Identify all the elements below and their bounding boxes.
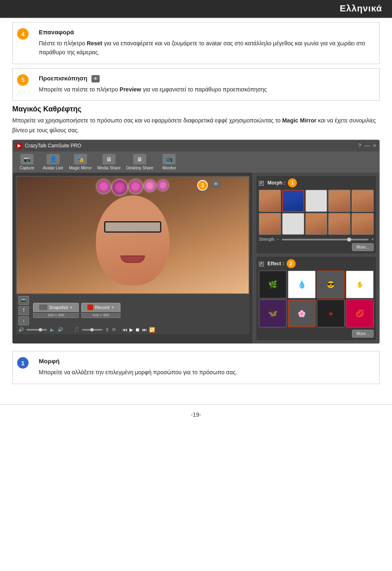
effect-cell-7[interactable]: ★ xyxy=(317,300,345,327)
effect-more-button[interactable]: More... xyxy=(352,330,374,338)
section-5-title: Προεπισκόπηση xyxy=(39,75,87,82)
section-4-row: 4 Επαναφορά Πιέστε το πλήκτρο Reset για … xyxy=(12,22,380,64)
effect-badge: 2 xyxy=(287,259,296,268)
toolbar-media-share[interactable]: 🖥 Media Share xyxy=(98,154,121,170)
text-button[interactable]: T xyxy=(18,306,29,315)
effect-cell-8[interactable]: 💋 xyxy=(346,300,374,327)
monitor-label: Monitor xyxy=(163,166,176,170)
flower-2 xyxy=(112,180,127,195)
effect-cell-6[interactable]: 🌸 xyxy=(288,300,316,327)
avatar-live-label: Avatar Live xyxy=(43,166,63,170)
morph-cell-2[interactable] xyxy=(282,190,304,212)
morph-cell-6[interactable] xyxy=(259,213,281,235)
section-1-text: Μπορείτε να αλλάξετε την επιλεγμένη μορφ… xyxy=(39,368,374,377)
toolbar-capture[interactable]: 📷 Capture xyxy=(17,154,37,170)
strength-plus[interactable]: + xyxy=(371,237,374,242)
effect-icon-6: 🌸 xyxy=(298,310,306,318)
record-group: Record ▼ 640 × 480 xyxy=(81,303,120,318)
snapshot-size: 640 × 480 xyxy=(33,313,79,318)
morph-cell-3[interactable] xyxy=(305,190,327,212)
section-5-row: 5 Προεπισκόπηση 👁 Μπορείτε να πιέστε το … xyxy=(12,68,380,101)
right-panel: Morph : 1 xyxy=(253,173,379,344)
magic-mirror-title: Μαγικός Καθρέφτης xyxy=(12,105,380,113)
morph-face-1 xyxy=(259,190,281,211)
arrow-button[interactable]: ↕ xyxy=(18,316,29,325)
effect-cell-4[interactable]: ✋ xyxy=(346,271,374,298)
desktop-share-icon: 🖥 xyxy=(133,154,146,164)
page-footer: -19- xyxy=(0,404,392,421)
morph-cell-5[interactable] xyxy=(352,190,374,212)
morph-cell-1[interactable] xyxy=(259,190,281,212)
effect-section: Effect : 2 🌿 💧 😎 ✋ 🦋 🌸 ★ 💋 xyxy=(256,257,376,340)
effect-checkbox[interactable] xyxy=(259,261,265,267)
webcam-button[interactable]: 📷 xyxy=(18,296,29,305)
media-share-icon: 🖥 xyxy=(102,154,116,164)
toolbar-avatar-live[interactable]: 👤 Avatar Live xyxy=(43,154,63,170)
morph-face-5 xyxy=(352,190,373,211)
morph-cell-10[interactable] xyxy=(352,213,374,235)
video-preview: 3 👁 xyxy=(16,176,249,294)
toolbar-monitor[interactable]: 📺 Monitor xyxy=(159,154,179,170)
morph-cell-4[interactable] xyxy=(328,190,350,212)
strength-slider[interactable] xyxy=(282,239,369,240)
toolbar-desktop-share[interactable]: 🖥 Desktop Share xyxy=(126,154,153,170)
morph-face-4 xyxy=(329,190,350,211)
morph-face-6 xyxy=(259,213,281,235)
morph-cell-7[interactable] xyxy=(282,213,304,235)
strength-minus[interactable]: − xyxy=(277,237,279,242)
effect-cell-3[interactable]: 😎 xyxy=(317,271,345,298)
morph-face-7 xyxy=(283,213,304,235)
effect-cell-2[interactable]: 💧 xyxy=(288,271,316,298)
record-button[interactable]: Record ▼ xyxy=(81,303,120,312)
section-5-number: 5 xyxy=(13,69,33,100)
section-1-number: 1 xyxy=(13,351,33,383)
minimize-button[interactable]: — xyxy=(364,142,370,149)
effect-cell-1[interactable]: 🌿 xyxy=(259,271,287,298)
magic-mirror-section: Μαγικός Καθρέφτης Μπορείτε να χρησιμοποι… xyxy=(12,105,380,347)
snapshot-thumb xyxy=(39,304,47,310)
eye-icon-badge: 👁 xyxy=(212,180,220,188)
desktop-share-label: Desktop Share xyxy=(126,166,153,170)
prev-button[interactable]: ⏮ xyxy=(122,327,127,333)
app-icon: ▶ xyxy=(16,142,22,149)
strength-thumb xyxy=(347,238,351,242)
effect-cell-5[interactable]: 🦋 xyxy=(259,300,287,327)
section-4-content: Επαναφορά Πιέστε το πλήκτρο Reset για να… xyxy=(33,22,379,64)
morph-section: Morph : 1 xyxy=(256,176,376,254)
morph-more-button[interactable]: More... xyxy=(352,243,374,251)
section-4-title: Επαναφορά xyxy=(39,29,74,36)
morph-cell-8[interactable] xyxy=(305,213,327,235)
badge-3: 3 xyxy=(197,180,208,191)
flower-5 xyxy=(158,180,168,191)
section-1-content: Μορφή Μπορείτε να αλλάξετε την επιλεγμέν… xyxy=(33,351,379,383)
number-badge-1: 1 xyxy=(17,357,29,369)
morph-checkbox[interactable] xyxy=(259,180,265,186)
morph-face-3 xyxy=(306,190,327,211)
play-button[interactable]: ▶ xyxy=(129,327,133,333)
snapshot-arrow: ▼ xyxy=(69,306,73,309)
morph-cell-9[interactable] xyxy=(328,213,350,235)
page-number: -19- xyxy=(191,411,201,418)
close-button[interactable]: × xyxy=(373,142,376,149)
next-button[interactable]: ⏭ xyxy=(142,327,147,333)
audio-slider[interactable] xyxy=(82,329,102,331)
snapshot-button[interactable]: Snapshot ▼ xyxy=(33,303,79,312)
morph-grid xyxy=(259,190,374,235)
effect-icon-3: 😎 xyxy=(327,281,335,289)
loop-button[interactable]: 🔁 xyxy=(149,327,155,333)
toolbar-magic-mirror[interactable]: 🎭 Magic Mirror xyxy=(69,154,92,170)
page-header: Ελληνικά xyxy=(0,0,392,18)
effect-icon-2: 💧 xyxy=(297,280,306,289)
stop-button[interactable]: ⏹ xyxy=(135,327,140,333)
audio-icon: 🎙 xyxy=(105,327,109,332)
flower-3 xyxy=(129,180,142,193)
face-oval xyxy=(96,196,169,285)
glasses xyxy=(104,221,161,233)
help-button[interactable]: ? xyxy=(358,142,361,149)
effect-header: Effect : 2 xyxy=(259,259,374,268)
record-arrow: ▼ xyxy=(111,306,114,309)
volume-slider[interactable] xyxy=(27,329,47,331)
morph-check-icon xyxy=(259,181,264,186)
morph-badge: 1 xyxy=(288,178,297,187)
section-4-number: 4 xyxy=(13,22,33,64)
